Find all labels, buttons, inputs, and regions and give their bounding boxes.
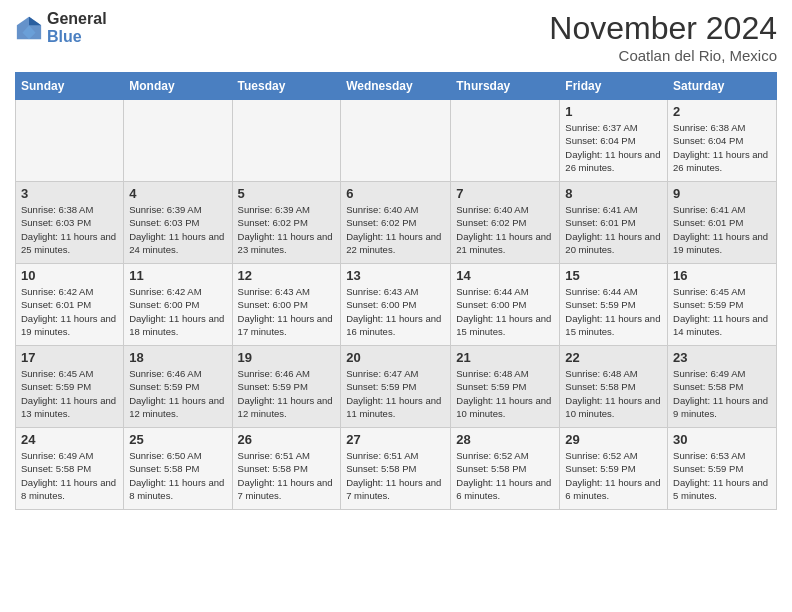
day-info: Sunrise: 6:40 AM Sunset: 6:02 PM Dayligh…	[456, 203, 554, 256]
day-info: Sunrise: 6:45 AM Sunset: 5:59 PM Dayligh…	[673, 285, 771, 338]
day-number: 20	[346, 350, 445, 365]
day-number: 2	[673, 104, 771, 119]
day-number: 4	[129, 186, 226, 201]
day-info: Sunrise: 6:46 AM Sunset: 5:59 PM Dayligh…	[238, 367, 336, 420]
logo-icon	[15, 14, 43, 42]
calendar-cell: 14Sunrise: 6:44 AM Sunset: 6:00 PM Dayli…	[451, 264, 560, 346]
calendar-cell: 23Sunrise: 6:49 AM Sunset: 5:58 PM Dayli…	[668, 346, 777, 428]
day-info: Sunrise: 6:48 AM Sunset: 5:58 PM Dayligh…	[565, 367, 662, 420]
calendar-cell	[16, 100, 124, 182]
day-number: 18	[129, 350, 226, 365]
calendar-cell: 4Sunrise: 6:39 AM Sunset: 6:03 PM Daylig…	[124, 182, 232, 264]
calendar-cell: 16Sunrise: 6:45 AM Sunset: 5:59 PM Dayli…	[668, 264, 777, 346]
calendar-table: Sunday Monday Tuesday Wednesday Thursday…	[15, 72, 777, 510]
logo: General Blue	[15, 10, 107, 45]
day-info: Sunrise: 6:49 AM Sunset: 5:58 PM Dayligh…	[21, 449, 118, 502]
day-number: 10	[21, 268, 118, 283]
logo-general: General	[47, 10, 107, 28]
day-number: 21	[456, 350, 554, 365]
calendar-cell	[341, 100, 451, 182]
day-number: 29	[565, 432, 662, 447]
calendar-week-2: 3Sunrise: 6:38 AM Sunset: 6:03 PM Daylig…	[16, 182, 777, 264]
day-info: Sunrise: 6:50 AM Sunset: 5:58 PM Dayligh…	[129, 449, 226, 502]
calendar-cell: 10Sunrise: 6:42 AM Sunset: 6:01 PM Dayli…	[16, 264, 124, 346]
calendar-cell: 18Sunrise: 6:46 AM Sunset: 5:59 PM Dayli…	[124, 346, 232, 428]
day-info: Sunrise: 6:45 AM Sunset: 5:59 PM Dayligh…	[21, 367, 118, 420]
calendar-cell: 7Sunrise: 6:40 AM Sunset: 6:02 PM Daylig…	[451, 182, 560, 264]
logo-text: General Blue	[47, 10, 107, 45]
col-sunday: Sunday	[16, 73, 124, 100]
day-number: 30	[673, 432, 771, 447]
calendar-week-5: 24Sunrise: 6:49 AM Sunset: 5:58 PM Dayli…	[16, 428, 777, 510]
calendar-cell: 13Sunrise: 6:43 AM Sunset: 6:00 PM Dayli…	[341, 264, 451, 346]
calendar-cell: 1Sunrise: 6:37 AM Sunset: 6:04 PM Daylig…	[560, 100, 668, 182]
calendar-cell: 15Sunrise: 6:44 AM Sunset: 5:59 PM Dayli…	[560, 264, 668, 346]
title-section: November 2024 Coatlan del Rio, Mexico	[549, 10, 777, 64]
month-title: November 2024	[549, 10, 777, 47]
calendar-cell: 11Sunrise: 6:42 AM Sunset: 6:00 PM Dayli…	[124, 264, 232, 346]
day-number: 16	[673, 268, 771, 283]
calendar-cell: 26Sunrise: 6:51 AM Sunset: 5:58 PM Dayli…	[232, 428, 341, 510]
day-number: 23	[673, 350, 771, 365]
col-tuesday: Tuesday	[232, 73, 341, 100]
svg-marker-1	[29, 16, 41, 24]
day-info: Sunrise: 6:38 AM Sunset: 6:03 PM Dayligh…	[21, 203, 118, 256]
day-info: Sunrise: 6:42 AM Sunset: 6:00 PM Dayligh…	[129, 285, 226, 338]
calendar-cell: 29Sunrise: 6:52 AM Sunset: 5:59 PM Dayli…	[560, 428, 668, 510]
calendar-cell: 21Sunrise: 6:48 AM Sunset: 5:59 PM Dayli…	[451, 346, 560, 428]
day-number: 3	[21, 186, 118, 201]
day-number: 19	[238, 350, 336, 365]
calendar-cell: 22Sunrise: 6:48 AM Sunset: 5:58 PM Dayli…	[560, 346, 668, 428]
calendar-week-1: 1Sunrise: 6:37 AM Sunset: 6:04 PM Daylig…	[16, 100, 777, 182]
calendar-cell: 17Sunrise: 6:45 AM Sunset: 5:59 PM Dayli…	[16, 346, 124, 428]
day-number: 9	[673, 186, 771, 201]
calendar-cell: 12Sunrise: 6:43 AM Sunset: 6:00 PM Dayli…	[232, 264, 341, 346]
day-info: Sunrise: 6:40 AM Sunset: 6:02 PM Dayligh…	[346, 203, 445, 256]
location: Coatlan del Rio, Mexico	[549, 47, 777, 64]
calendar-cell	[451, 100, 560, 182]
calendar-cell: 8Sunrise: 6:41 AM Sunset: 6:01 PM Daylig…	[560, 182, 668, 264]
day-info: Sunrise: 6:53 AM Sunset: 5:59 PM Dayligh…	[673, 449, 771, 502]
day-info: Sunrise: 6:37 AM Sunset: 6:04 PM Dayligh…	[565, 121, 662, 174]
day-number: 25	[129, 432, 226, 447]
day-number: 5	[238, 186, 336, 201]
col-friday: Friday	[560, 73, 668, 100]
day-number: 8	[565, 186, 662, 201]
calendar-cell: 3Sunrise: 6:38 AM Sunset: 6:03 PM Daylig…	[16, 182, 124, 264]
col-saturday: Saturday	[668, 73, 777, 100]
day-number: 24	[21, 432, 118, 447]
calendar-week-4: 17Sunrise: 6:45 AM Sunset: 5:59 PM Dayli…	[16, 346, 777, 428]
day-info: Sunrise: 6:42 AM Sunset: 6:01 PM Dayligh…	[21, 285, 118, 338]
col-monday: Monday	[124, 73, 232, 100]
day-info: Sunrise: 6:44 AM Sunset: 6:00 PM Dayligh…	[456, 285, 554, 338]
day-info: Sunrise: 6:47 AM Sunset: 5:59 PM Dayligh…	[346, 367, 445, 420]
calendar-cell: 24Sunrise: 6:49 AM Sunset: 5:58 PM Dayli…	[16, 428, 124, 510]
calendar-cell: 2Sunrise: 6:38 AM Sunset: 6:04 PM Daylig…	[668, 100, 777, 182]
day-info: Sunrise: 6:48 AM Sunset: 5:59 PM Dayligh…	[456, 367, 554, 420]
calendar-week-3: 10Sunrise: 6:42 AM Sunset: 6:01 PM Dayli…	[16, 264, 777, 346]
day-number: 14	[456, 268, 554, 283]
day-number: 1	[565, 104, 662, 119]
day-info: Sunrise: 6:44 AM Sunset: 5:59 PM Dayligh…	[565, 285, 662, 338]
day-number: 11	[129, 268, 226, 283]
calendar-cell: 20Sunrise: 6:47 AM Sunset: 5:59 PM Dayli…	[341, 346, 451, 428]
day-number: 22	[565, 350, 662, 365]
day-number: 15	[565, 268, 662, 283]
day-info: Sunrise: 6:43 AM Sunset: 6:00 PM Dayligh…	[346, 285, 445, 338]
calendar-cell	[124, 100, 232, 182]
day-number: 17	[21, 350, 118, 365]
day-info: Sunrise: 6:49 AM Sunset: 5:58 PM Dayligh…	[673, 367, 771, 420]
calendar-cell: 27Sunrise: 6:51 AM Sunset: 5:58 PM Dayli…	[341, 428, 451, 510]
day-info: Sunrise: 6:51 AM Sunset: 5:58 PM Dayligh…	[238, 449, 336, 502]
col-wednesday: Wednesday	[341, 73, 451, 100]
calendar-cell: 6Sunrise: 6:40 AM Sunset: 6:02 PM Daylig…	[341, 182, 451, 264]
day-info: Sunrise: 6:52 AM Sunset: 5:58 PM Dayligh…	[456, 449, 554, 502]
day-info: Sunrise: 6:41 AM Sunset: 6:01 PM Dayligh…	[673, 203, 771, 256]
col-thursday: Thursday	[451, 73, 560, 100]
calendar-cell: 30Sunrise: 6:53 AM Sunset: 5:59 PM Dayli…	[668, 428, 777, 510]
day-info: Sunrise: 6:39 AM Sunset: 6:03 PM Dayligh…	[129, 203, 226, 256]
day-info: Sunrise: 6:46 AM Sunset: 5:59 PM Dayligh…	[129, 367, 226, 420]
day-number: 7	[456, 186, 554, 201]
calendar-cell	[232, 100, 341, 182]
header-row: Sunday Monday Tuesday Wednesday Thursday…	[16, 73, 777, 100]
